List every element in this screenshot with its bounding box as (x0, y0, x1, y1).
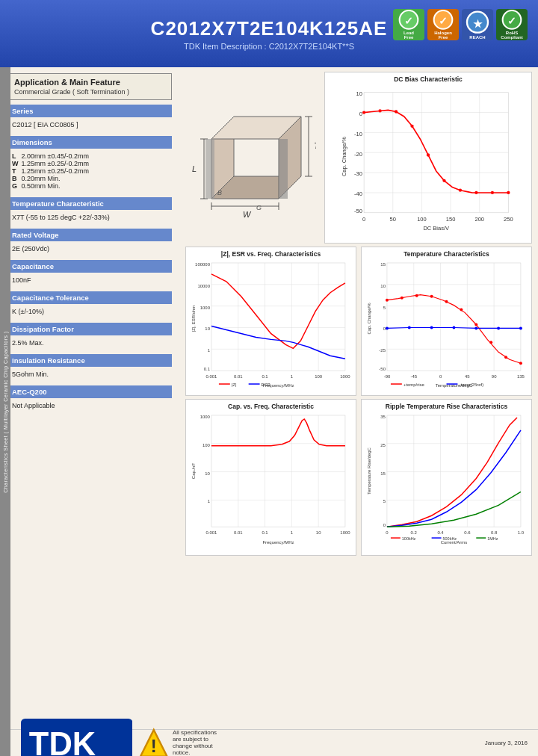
svg-text:1MHz: 1MHz (487, 536, 498, 541)
temperature-chart: Temperature Characteristics 15 (361, 247, 532, 396)
cap-freq-title: Cap. vs. Freq. Characteristic (189, 403, 353, 410)
svg-text:+temp/rise: +temp/rise (404, 382, 425, 387)
svg-text:250: 250 (504, 216, 513, 223)
warning-icon: ! (138, 728, 170, 756)
temp-char-value: X7T (-55 to 125 degC +22/-33%) (7, 212, 172, 224)
dissipation-value: 2.5% Max. (7, 338, 172, 350)
svg-point-122 (519, 362, 522, 365)
halogen-free-badge: ✓ HalogenFree (427, 9, 459, 40)
svg-point-119 (474, 323, 477, 326)
temperature-title: Temperature Characteristics (365, 250, 528, 258)
series-header: Series (7, 105, 172, 117)
impedance-title: |Z|, ESR vs. Freq. Characteristics (189, 250, 353, 258)
svg-rect-134 (211, 415, 345, 527)
capacitance-value: 100nF (7, 275, 172, 287)
svg-text:✓: ✓ (507, 15, 516, 27)
table-row: G 0.50mm Min. (12, 182, 89, 190)
svg-point-124 (408, 326, 411, 329)
svg-text:0.1: 0.1 (262, 374, 268, 379)
svg-text:Cap./nF: Cap./nF (191, 463, 196, 480)
svg-text:100000: 100000 (195, 262, 211, 267)
svg-text:0.6: 0.6 (464, 530, 471, 535)
rohs-badge: ✓ RoHSCompliant (496, 9, 528, 40)
svg-point-61 (491, 191, 494, 194)
svg-text:1: 1 (208, 499, 211, 504)
svg-rect-63 (211, 263, 345, 371)
svg-text:Cap. Change/%: Cap. Change/% (341, 137, 347, 176)
svg-text:100: 100 (202, 443, 211, 447)
insulation-header: Insulation Resistance (7, 354, 172, 367)
dissipation-header: Dissipation Factor (7, 323, 172, 335)
svg-text:10: 10 (380, 284, 386, 288)
svg-rect-154 (387, 415, 521, 527)
table-row: L 2.00mm ±0.45/-0.2mm (12, 152, 89, 160)
svg-point-115 (415, 294, 418, 297)
product-subtitle: TDK Item Description : C2012X7T2E104KT**… (151, 42, 388, 51)
table-row: T 1.25mm ±0.25/-0.2mm (12, 167, 89, 175)
svg-text:135: 135 (517, 374, 525, 379)
compliance-badges: ✓ LeadFree ✓ HalogenFree ★ REACH ✓ RoHSC… (393, 9, 528, 40)
aec-value: Not Applicable (7, 400, 172, 412)
svg-text:0.1: 0.1 (204, 367, 211, 371)
charts-row-bottom: Cap. vs. Freq. Characteristic 1000 (185, 399, 532, 556)
svg-text:200: 200 (474, 216, 484, 223)
svg-text:0.1: 0.1 (262, 530, 268, 535)
svg-text:5: 5 (383, 306, 386, 310)
rated-voltage-header: Rated Voltage (7, 229, 172, 241)
svg-point-120 (489, 341, 492, 344)
svg-point-123 (386, 326, 389, 329)
left-panel: Application & Main Feature Commercial Gr… (0, 67, 179, 756)
right-panel: T W L B G DC Bias Charact (179, 67, 538, 756)
svg-text:90: 90 (492, 374, 497, 379)
series-value: C2012 [ EIA CC0805 ] (7, 120, 172, 131)
svg-text:★: ★ (473, 18, 483, 30)
svg-text:-10: -10 (354, 131, 362, 137)
svg-point-127 (474, 326, 477, 329)
svg-text:1: 1 (291, 530, 294, 535)
sidebar-label-text: Characteristics Sheet ( Multilayer Ceram… (3, 331, 8, 493)
svg-text:-50: -50 (354, 208, 362, 214)
svg-text:0: 0 (362, 216, 365, 223)
header: C2012X7T2E104K125AE TDK Item Description… (0, 0, 538, 67)
svg-text:|Z|: |Z| (232, 382, 237, 387)
product-title: C2012X7T2E104K125AE (151, 17, 388, 40)
svg-point-58 (442, 179, 445, 182)
svg-text:1: 1 (291, 374, 294, 379)
cap-tolerance-header: Capacitance Tolerance (7, 291, 172, 304)
svg-text:10: 10 (356, 90, 362, 97)
svg-text:L: L (192, 164, 197, 173)
svg-point-129 (519, 326, 522, 329)
cap-tolerance-value: K (±/-10%) (7, 306, 172, 318)
svg-text:1: 1 (208, 348, 211, 353)
dc-bias-title: DC Bias Characteristic (328, 75, 528, 83)
dimensions-content: L 2.00mm ±0.45/-0.2mm W 1.25mm ±0.25/-0.… (7, 151, 172, 193)
svg-text:1000: 1000 (340, 530, 350, 535)
svg-text:-90: -90 (384, 374, 391, 379)
svg-text:-40: -40 (354, 190, 362, 197)
dimensions-header: Dimensions (7, 136, 172, 149)
svg-text:5: 5 (383, 499, 386, 504)
svg-text:100: 100 (417, 216, 427, 223)
svg-text:-25: -25 (379, 348, 386, 353)
svg-text:0.001: 0.001 (206, 374, 218, 379)
svg-point-116 (430, 295, 433, 298)
svg-text:DC Bias/V: DC Bias/V (423, 225, 449, 232)
svg-text:150: 150 (446, 216, 456, 223)
svg-point-121 (504, 356, 507, 359)
temp-char-header: Temperature Characteristic (7, 197, 172, 210)
svg-text:Cap. Change/%: Cap. Change/% (367, 303, 371, 335)
svg-rect-90 (387, 263, 521, 371)
capacitor-image: T W L B G (185, 72, 320, 244)
svg-text:50: 50 (390, 216, 396, 223)
svg-text:10: 10 (205, 471, 210, 476)
svg-text:0.4: 0.4 (437, 530, 444, 535)
svg-text:✓: ✓ (439, 15, 448, 27)
impedance-chart: |Z|, ESR vs. Freq. Characteristics (185, 247, 356, 396)
notice-block: ! All specifications are subject to chan… (138, 728, 224, 756)
svg-text:0: 0 (383, 326, 386, 331)
svg-point-56 (410, 125, 413, 128)
lead-free-badge: ✓ LeadFree (393, 9, 424, 40)
dim-g: 0.50mm Min. (22, 182, 89, 190)
svg-text:10000: 10000 (197, 284, 210, 288)
svg-text:-50: -50 (379, 367, 386, 371)
